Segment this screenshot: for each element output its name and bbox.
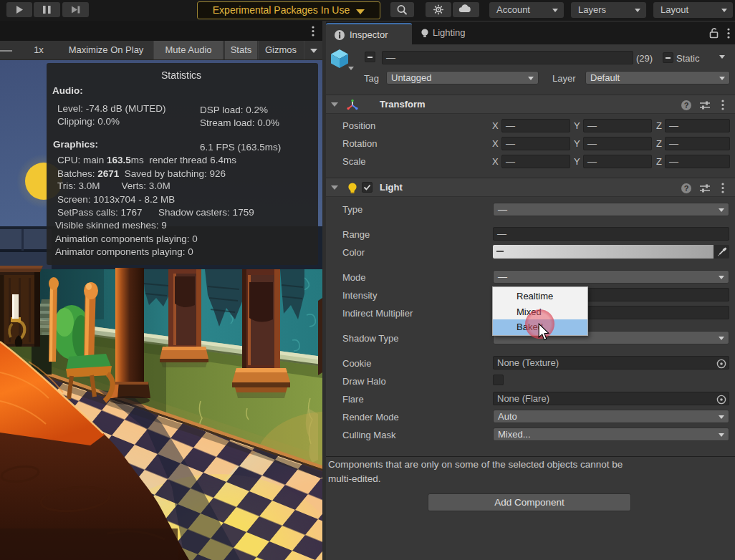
svg-text:?: ? [684,184,689,193]
svg-text:?: ? [684,101,689,110]
